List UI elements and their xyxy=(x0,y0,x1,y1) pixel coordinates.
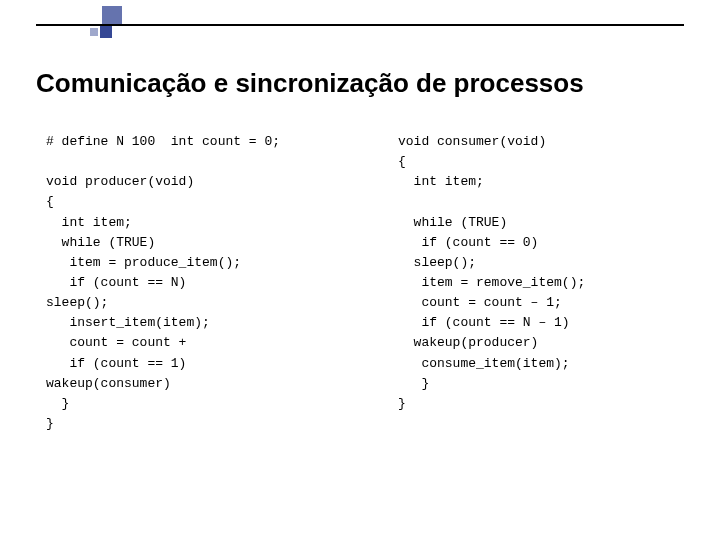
code-columns: # define N 100 int count = 0; void produ… xyxy=(46,132,690,434)
top-divider xyxy=(36,24,684,26)
consumer-code: void consumer(void) { int item; while (T… xyxy=(398,132,690,434)
slide-title: Comunicação e sincronização de processos xyxy=(36,68,584,99)
producer-code: # define N 100 int count = 0; void produ… xyxy=(46,132,346,434)
